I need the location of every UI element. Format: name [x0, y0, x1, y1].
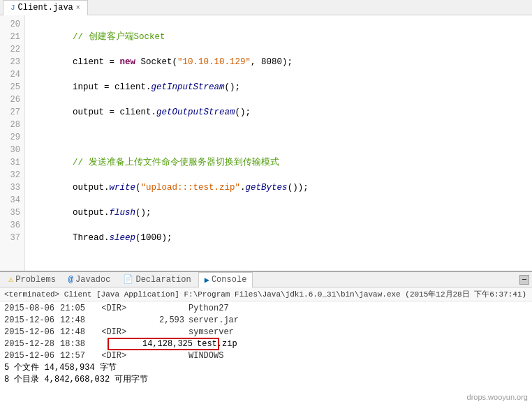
watermark: drops.wooyun.org: [467, 393, 528, 401]
console-row-3: 2015-12-06 12:48 <DIR> symserver: [4, 327, 528, 338]
tab-console-label: Console: [212, 275, 246, 285]
tab-close-button[interactable]: ×: [76, 4, 80, 12]
client-java-tab[interactable]: J Client.java ×: [3, 0, 88, 15]
console-header: <terminated> Client [Java Application] F…: [0, 287, 532, 301]
editor-area: J Client.java × 20 21 22 23 24 25 26 27 …: [0, 0, 532, 272]
console-icon: ▶: [205, 275, 209, 285]
console-row-1: 2015-08-06 21:05 <DIR> Python27: [4, 303, 528, 315]
tab-declaration-label: Declaration: [135, 275, 191, 285]
console-row-2: 2015-12-06 12:48 2,593 server.jar: [4, 315, 528, 327]
problems-icon: ⚠: [8, 274, 13, 285]
tab-label: Client.java: [18, 3, 73, 13]
editor-tab-bar: J Client.java ×: [0, 0, 532, 15]
javadoc-icon: @: [68, 275, 73, 285]
console-summary-2: 8 个目录 4,842,668,032 可用字节: [4, 374, 528, 386]
tab-declaration[interactable]: 📄 Declaration: [117, 272, 196, 287]
declaration-icon: 📄: [123, 274, 133, 285]
bottom-tab-bar: ⚠ Problems @ Javadoc 📄 Declaration ▶ Con…: [0, 272, 532, 287]
console-row-highlighted: 2015-12-28 18:38 14,128,325 test.zip: [4, 338, 528, 350]
code-editor: 20 21 22 23 24 25 26 27 28 29 30 31 32 3…: [0, 15, 532, 272]
bottom-panel: ⚠ Problems @ Javadoc 📄 Declaration ▶ Con…: [0, 272, 532, 404]
console-output: 2015-08-06 21:05 <DIR> Python27 2015-12-…: [0, 301, 532, 404]
line-numbers: 20 21 22 23 24 25 26 27 28 29 30 31 32 3…: [0, 15, 25, 272]
java-file-icon: J: [10, 3, 15, 12]
tab-javadoc[interactable]: @ Javadoc: [63, 272, 117, 287]
tab-problems[interactable]: ⚠ Problems: [3, 272, 61, 287]
code-text: // 创建客户端Socket client = new Socket("10.1…: [25, 15, 532, 272]
console-summary-1: 5 个文件 14,458,934 字节: [4, 362, 528, 374]
tab-console[interactable]: ▶ Console: [198, 272, 253, 287]
tab-javadoc-label: Javadoc: [75, 275, 110, 285]
tab-problems-label: Problems: [15, 275, 56, 285]
console-row-5: 2015-12-06 12:57 <DIR> WINDOWS: [4, 350, 528, 362]
minimize-button[interactable]: —: [519, 275, 529, 285]
